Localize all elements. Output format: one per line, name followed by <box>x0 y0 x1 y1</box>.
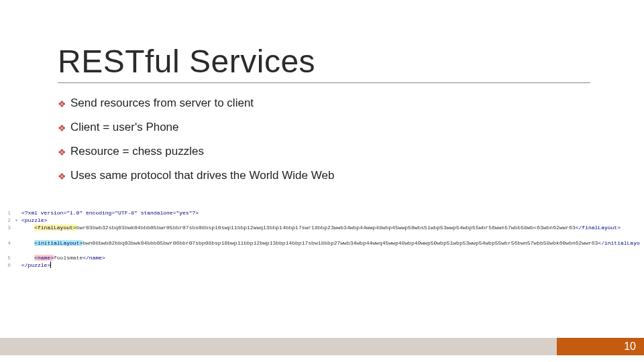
code-content: <initialLayout>bwn08bwb02bbq03bwk04bbb05… <box>21 239 640 247</box>
line-number <box>4 247 15 254</box>
footer-gray-segment <box>0 338 557 355</box>
code-content <box>21 247 47 254</box>
page-number-badge: 10 <box>557 338 644 355</box>
line-number <box>4 232 15 239</box>
line-number: 3 <box>4 224 15 231</box>
code-line <box>4 232 640 239</box>
bullet-text: Send resources from server to client <box>70 97 254 110</box>
bullet-item: ❖ Resource = chess puzzles <box>58 145 590 158</box>
fold-indicator-icon <box>15 232 21 239</box>
slide: RESTful Services ❖ Send resources from s… <box>0 0 644 362</box>
fold-indicator-icon <box>15 239 21 247</box>
fold-indicator-icon <box>15 209 21 217</box>
fold-indicator-icon <box>15 224 21 231</box>
text-cursor <box>50 261 51 268</box>
bullet-text: Uses same protocol that drives the World… <box>70 169 334 182</box>
bullet-item: ❖ Uses same protocol that drives the Wor… <box>58 169 590 182</box>
code-line: 4 <initialLayout>bwn08bwb02bbq03bwk04bbb… <box>4 239 640 247</box>
diamond-bullet-icon: ❖ <box>58 99 66 109</box>
bullet-text: Resource = chess puzzles <box>70 145 204 158</box>
code-line: 1<?xml version="1.0" encoding="UTF-8" st… <box>4 209 640 217</box>
line-number: 1 <box>4 209 15 217</box>
line-number: 2 <box>4 217 15 224</box>
code-content: <name>foolsmate</name> <box>21 254 105 261</box>
code-content <box>21 232 47 239</box>
fold-indicator-icon <box>15 254 21 261</box>
code-content: <puzzle> <box>21 217 47 224</box>
code-content: <?xml version="1.0" encoding="UTF-8" sta… <box>21 209 199 217</box>
code-content: <finalLayout>bwr03bwb32sbq03bwk04bbb05bw… <box>21 224 621 231</box>
bullet-item: ❖ Client = user's Phone <box>58 121 590 134</box>
code-line: 6</puzzle> <box>4 261 640 269</box>
fold-indicator-icon: ▾ <box>15 217 21 224</box>
fold-indicator-icon <box>15 261 21 269</box>
code-line: 5 <name>foolsmate</name> <box>4 254 640 261</box>
code-line: 3 <finalLayout>bwr03bwb32sbq03bwk04bbb05… <box>4 224 640 231</box>
line-number: 5 <box>4 254 15 261</box>
line-number: 4 <box>4 239 15 247</box>
diamond-bullet-icon: ❖ <box>58 123 66 133</box>
diamond-bullet-icon: ❖ <box>58 171 66 182</box>
bullet-item: ❖ Send resources from server to client <box>58 97 590 110</box>
slide-title: RESTful Services <box>58 43 315 80</box>
diamond-bullet-icon: ❖ <box>58 147 66 158</box>
line-number: 6 <box>4 261 15 269</box>
page-number: 10 <box>624 341 636 353</box>
bullet-text: Client = user's Phone <box>70 121 179 134</box>
bullet-list: ❖ Send resources from server to client ❖… <box>58 97 590 193</box>
code-line: 2▾<puzzle> <box>4 217 640 224</box>
code-line <box>4 247 640 254</box>
fold-indicator-icon <box>15 247 21 254</box>
footer-bar: 10 <box>0 338 644 355</box>
xml-code-block: 1<?xml version="1.0" encoding="UTF-8" st… <box>4 209 640 269</box>
code-content: </puzzle> <box>21 261 51 269</box>
title-underline <box>58 82 590 83</box>
